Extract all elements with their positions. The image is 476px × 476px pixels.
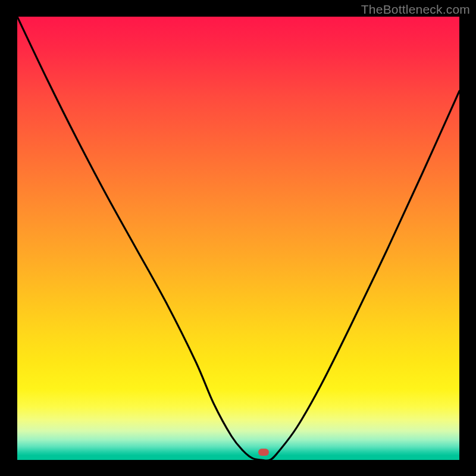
plot-area [17, 17, 459, 460]
chart-frame: TheBottleneck.com [0, 0, 476, 476]
bottleneck-curve [17, 17, 459, 460]
optimal-point-marker [258, 449, 269, 456]
watermark-text: TheBottleneck.com [361, 2, 470, 17]
